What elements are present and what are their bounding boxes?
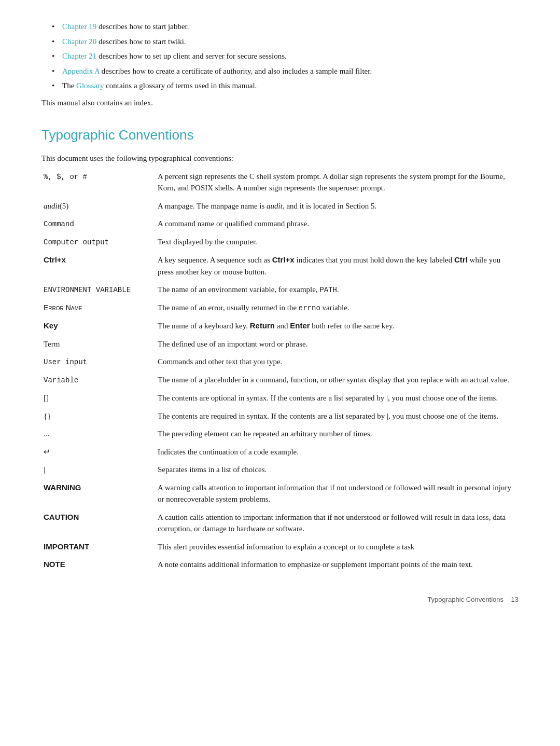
term-cell: | xyxy=(41,461,156,479)
conventions-table: %, $, or # A percent sign represents the… xyxy=(41,168,519,574)
term-cell: ... xyxy=(41,425,156,443)
term-cell: WARNING xyxy=(41,479,156,508)
chapter-21-link[interactable]: Chapter 21 xyxy=(62,52,96,60)
term-cell: Computer output xyxy=(41,233,156,251)
term-cell: IMPORTANT xyxy=(41,538,156,556)
term-cell: CAUTION xyxy=(41,508,156,538)
table-row: ENVIRONMENT VARIABLE The name of an envi… xyxy=(41,281,519,299)
term-cell: {} xyxy=(41,407,156,425)
table-row: Computer output Text displayed by the co… xyxy=(41,233,519,251)
term-cell: Error Name xyxy=(41,299,156,317)
footer-page-number: 13 xyxy=(511,596,519,603)
desc-cell: The preceding element can be repeated an… xyxy=(156,425,519,443)
desc-cell: The contents are optional in syntax. If … xyxy=(156,389,519,407)
term-cell: Variable xyxy=(41,371,156,389)
also-text: This manual also contains an index. xyxy=(41,97,519,109)
table-row: CAUTION A caution calls attention to imp… xyxy=(41,508,519,538)
table-row: {} The contents are required in syntax. … xyxy=(41,407,519,425)
table-row: ↵ Indicates the continuation of a code e… xyxy=(41,443,519,461)
desc-cell: Text displayed by the computer. xyxy=(156,233,519,251)
table-row: NOTE A note contains additional informat… xyxy=(41,556,519,574)
list-item: Chapter 21 describes how to set up clien… xyxy=(52,50,519,62)
desc-cell: The contents are required in syntax. If … xyxy=(156,407,519,425)
table-row: | Separates items in a list of choices. xyxy=(41,461,519,479)
desc-cell: A key sequence. A sequence such as Ctrl+… xyxy=(156,251,519,281)
term-cell: ENVIRONMENT VARIABLE xyxy=(41,281,156,299)
desc-cell: The name of a keyboard key. Return and E… xyxy=(156,317,519,335)
table-row: Error Name The name of an error, usually… xyxy=(41,299,519,317)
term-cell: %, $, or # xyxy=(41,168,156,197)
table-row: IMPORTANT This alert provides essential … xyxy=(41,538,519,556)
term-cell: [] xyxy=(41,389,156,407)
footer: Typographic Conventions 13 xyxy=(41,595,519,605)
desc-cell: A warning calls attention to important i… xyxy=(156,479,519,508)
chapter-list: Chapter 19 describes how to start jabber… xyxy=(41,21,519,92)
table-row: WARNING A warning calls attention to imp… xyxy=(41,479,519,508)
list-item: Appendix A describes how to create a cer… xyxy=(52,65,519,77)
list-item: The Glossary contains a glossary of term… xyxy=(52,80,519,92)
list-item: Chapter 20 describes how to start twiki. xyxy=(52,36,519,48)
desc-cell: Indicates the continuation of a code exa… xyxy=(156,443,519,461)
term-cell: User input xyxy=(41,353,156,371)
desc-cell: Commands and other text that you type. xyxy=(156,353,519,371)
desc-cell: A manpage. The manpage name is audit, an… xyxy=(156,197,519,215)
term-cell: Key xyxy=(41,317,156,335)
term-cell: Ctrl+x xyxy=(41,251,156,281)
chapter-20-link[interactable]: Chapter 20 xyxy=(62,37,96,46)
desc-cell: A percent sign represents the C shell sy… xyxy=(156,168,519,197)
desc-cell: A note contains additional information t… xyxy=(156,556,519,574)
desc-cell: A caution calls attention to important i… xyxy=(156,508,519,538)
appendix-a-link[interactable]: Appendix A xyxy=(62,67,100,75)
intro-text: This document uses the following typogra… xyxy=(41,153,519,164)
term-cell: NOTE xyxy=(41,556,156,574)
footer-section-name: Typographic Conventions xyxy=(427,596,503,603)
chapter-19-link[interactable]: Chapter 19 xyxy=(62,22,96,31)
desc-cell: A command name or qualified command phra… xyxy=(156,215,519,233)
term-cell: ↵ xyxy=(41,443,156,461)
desc-cell: The name of an error, usually returned i… xyxy=(156,299,519,317)
table-row: %, $, or # A percent sign represents the… xyxy=(41,168,519,197)
desc-cell: The name of a placeholder in a command, … xyxy=(156,371,519,389)
desc-cell: Separates items in a list of choices. xyxy=(156,461,519,479)
glossary-link[interactable]: Glossary xyxy=(76,81,104,90)
table-row: Ctrl+x A key sequence. A sequence such a… xyxy=(41,251,519,281)
desc-cell: The name of an environment variable, for… xyxy=(156,281,519,299)
table-row: Variable The name of a placeholder in a … xyxy=(41,371,519,389)
table-row: [] The contents are optional in syntax. … xyxy=(41,389,519,407)
term-cell: Command xyxy=(41,215,156,233)
term-cell: Term xyxy=(41,335,156,353)
section-heading: Typographic Conventions xyxy=(41,125,519,145)
table-row: Command A command name or qualified comm… xyxy=(41,215,519,233)
table-row: audit(5) A manpage. The manpage name is … xyxy=(41,197,519,215)
table-row: Key The name of a keyboard key. Return a… xyxy=(41,317,519,335)
term-cell: audit(5) xyxy=(41,197,156,215)
list-item: Chapter 19 describes how to start jabber… xyxy=(52,21,519,33)
desc-cell: The defined use of an important word or … xyxy=(156,335,519,353)
table-row: User input Commands and other text that … xyxy=(41,353,519,371)
table-row: Term The defined use of an important wor… xyxy=(41,335,519,353)
desc-cell: This alert provides essential informatio… xyxy=(156,538,519,556)
table-row: ... The preceding element can be repeate… xyxy=(41,425,519,443)
